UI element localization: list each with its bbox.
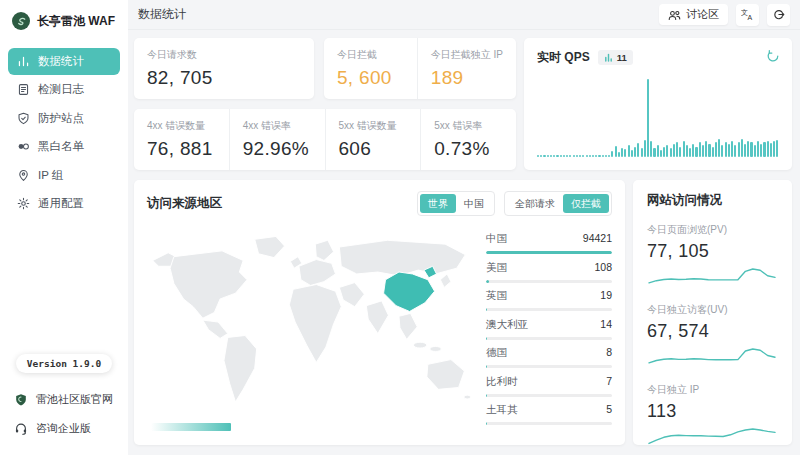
map-new-zealand: [464, 395, 471, 399]
bar-chart-icon: [17, 55, 30, 68]
stat-label: 今日拦截: [337, 48, 404, 62]
qps-bar: [757, 141, 759, 157]
stat-label: 今日拦截独立 IP: [431, 48, 503, 62]
toggle-blocked-only[interactable]: 仅拦截: [563, 194, 609, 213]
list-item: 澳大利亚14: [486, 318, 612, 340]
map-russia: [339, 240, 465, 276]
map-se-asia: [399, 313, 417, 339]
translate-icon: 文A: [741, 8, 755, 22]
qps-bar: [618, 152, 620, 157]
qps-bar: [576, 155, 578, 157]
footer-link-label: 咨询企业版: [36, 421, 91, 436]
country-value: 8: [606, 346, 612, 360]
country-name: 澳大利亚: [486, 318, 528, 332]
toggle-china[interactable]: 中国: [456, 194, 492, 213]
location-pin-icon: [17, 169, 30, 182]
history-refresh-icon: [766, 49, 780, 63]
discussion-label: 讨论区: [686, 7, 719, 22]
visit-value-pv: 77, 105: [647, 241, 778, 262]
qps-bar: [634, 147, 636, 157]
qps-bar: [666, 145, 668, 157]
qps-bar: [595, 155, 597, 157]
stat-value-5xx-rate: 0.73%: [434, 138, 503, 160]
qps-bar: [631, 150, 633, 157]
shield-check-icon: [17, 112, 30, 125]
headset-icon: [14, 422, 28, 436]
qps-bar: [569, 155, 571, 157]
list-item: 土耳其5: [486, 403, 612, 425]
map-india: [366, 301, 388, 334]
community-people-icon: [668, 9, 681, 21]
logout-button[interactable]: [767, 4, 790, 26]
topbar: 数据统计 讨论区 文A: [128, 0, 800, 30]
country-name: 土耳其: [486, 403, 518, 417]
country-value: 5: [606, 403, 612, 417]
visit-stat-pv: 今日页面浏览(PV) 77, 105: [647, 223, 778, 290]
qps-title: 实时 QPS: [537, 49, 590, 66]
qps-history-button[interactable]: [766, 49, 780, 67]
qps-bar: [679, 147, 681, 157]
qps-bar: [728, 144, 730, 157]
sidebar-item-label: 检测日志: [38, 82, 84, 97]
sidebar-item-blackwhite-list[interactable]: 黑白名单: [8, 133, 120, 160]
qps-bar: [589, 155, 591, 157]
mini-bars-icon: [604, 53, 613, 62]
qps-bar: [670, 148, 672, 157]
visit-label: 今日独立 IP: [647, 383, 778, 397]
sidebar-item-general-config[interactable]: 通用配置: [8, 190, 120, 217]
toggle-world[interactable]: 世界: [420, 194, 456, 213]
qps-bar: [718, 139, 720, 157]
sidebar-item-detect-logs[interactable]: 检测日志: [8, 76, 120, 103]
qps-bar: [695, 147, 697, 157]
qps-bar: [725, 142, 727, 157]
qps-bar: [547, 155, 549, 157]
map-density-legend: [151, 423, 231, 431]
visit-label: 今日独立访客(UV): [647, 303, 778, 317]
card-today-requests: 今日请求数 82, 705: [134, 38, 314, 99]
qps-bar: [741, 139, 743, 157]
sidebar-item-ip-groups[interactable]: IP 组: [8, 162, 120, 189]
qps-bar: [676, 142, 678, 157]
qps-bar: [592, 155, 594, 157]
qps-bar: [650, 141, 652, 157]
qps-bar: [628, 145, 630, 157]
app-title: 长亭雷池 WAF: [37, 13, 115, 30]
qps-bar: [750, 142, 752, 157]
qps-bar: [563, 155, 565, 157]
qps-bar: [689, 148, 691, 157]
qps-bar: [560, 155, 562, 157]
stat-label: 今日请求数: [147, 48, 301, 62]
list-item: 中国94421: [486, 232, 612, 254]
qps-bar: [712, 147, 714, 157]
enterprise-consult-link[interactable]: 咨询企业版: [0, 414, 128, 443]
visit-value-ip: 113: [647, 401, 778, 422]
qps-bar: [773, 141, 775, 157]
dashboard-content: 今日请求数 82, 705 今日拦截 5, 600 今日拦截独立 IP 189: [128, 30, 800, 455]
sidebar-item-protected-sites[interactable]: 防护站点: [8, 105, 120, 132]
uv-sparkline-chart: [647, 344, 777, 370]
qps-bar: [763, 142, 765, 157]
qps-bar: [731, 141, 733, 157]
visit-value-uv: 67, 574: [647, 321, 778, 342]
qps-bar: [660, 150, 662, 157]
qps-bar: [653, 148, 655, 157]
world-map: [147, 216, 474, 434]
discussion-button[interactable]: 讨论区: [659, 4, 728, 25]
map-central-america: [203, 320, 228, 338]
country-ranking-list: 中国94421 美国108 英国19: [486, 216, 612, 434]
sidebar-item-data-stats[interactable]: 数据统计: [8, 48, 120, 75]
map-africa: [289, 285, 341, 363]
qps-bar: [776, 140, 778, 157]
toggle-all-requests[interactable]: 全部请求: [507, 194, 563, 213]
stat-label: 5xx 错误率: [434, 119, 503, 133]
language-switch-button[interactable]: 文A: [736, 4, 759, 26]
qps-bar: [708, 144, 710, 157]
country-value: 14: [600, 318, 612, 332]
qps-bar: [770, 143, 772, 157]
qps-bar: [702, 145, 704, 157]
qps-bar: [566, 155, 568, 157]
card-today-blocks: 今日拦截 5, 600 今日拦截独立 IP 189: [324, 38, 516, 99]
country-name: 中国: [486, 232, 507, 246]
community-site-link[interactable]: 雷池社区版官网: [0, 385, 128, 414]
map-europe: [299, 260, 336, 286]
